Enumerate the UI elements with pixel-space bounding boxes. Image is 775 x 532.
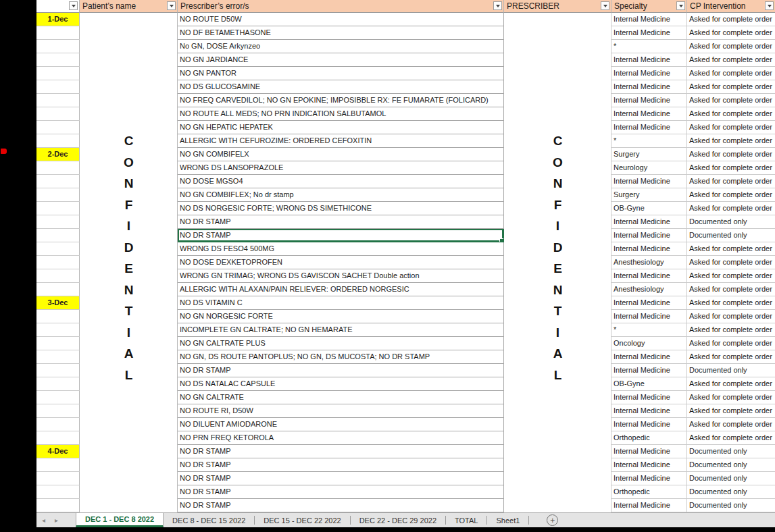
cell-cp-intervention[interactable]: Asked for complete order	[687, 283, 775, 296]
cell-prescriber[interactable]	[504, 53, 611, 67]
cell-prescriber-error[interactable]: NO ROUTE RI, D50W	[178, 404, 504, 418]
cell-prescriber[interactable]	[504, 242, 611, 256]
cell-patient-name[interactable]	[80, 229, 178, 242]
cell-cp-intervention[interactable]: Documented only	[687, 364, 775, 377]
cell-date[interactable]	[36, 215, 80, 229]
cell-prescriber[interactable]	[504, 107, 611, 121]
cell-patient-name[interactable]	[80, 121, 178, 134]
cell-prescriber[interactable]	[504, 485, 611, 499]
cell-cp-intervention[interactable]: Asked for complete order	[687, 323, 775, 337]
cell-cp-intervention[interactable]: Asked for complete order	[687, 67, 775, 80]
cell-cp-intervention[interactable]: Asked for complete order	[687, 310, 775, 323]
cell-date[interactable]: 2-Dec	[36, 148, 80, 161]
cell-patient-name[interactable]	[80, 458, 178, 472]
cell-prescriber-error[interactable]: NO DR STAMP	[178, 472, 504, 485]
cell-prescriber[interactable]	[504, 404, 611, 418]
cell-prescriber[interactable]	[504, 350, 611, 364]
cell-patient-name[interactable]	[80, 13, 178, 26]
cell-cp-intervention[interactable]: Documented only	[687, 472, 775, 485]
cell-patient-name[interactable]	[80, 94, 178, 107]
cell-cp-intervention[interactable]: Asked for complete order	[687, 121, 775, 134]
cell-patient-name[interactable]	[80, 485, 178, 499]
cell-patient-name[interactable]	[80, 364, 178, 377]
cell-prescriber-error[interactable]: No GN, DOSE Arkynzeo	[178, 40, 504, 53]
cell-prescriber-error[interactable]: NO DILUENT AMIODARONE	[178, 418, 504, 431]
cell-prescriber[interactable]	[504, 377, 611, 391]
cell-specialty[interactable]: Orthopedic	[611, 431, 687, 445]
cell-date[interactable]	[36, 107, 80, 121]
cell-specialty[interactable]: Internal Medicine	[611, 121, 687, 134]
cell-patient-name[interactable]	[80, 175, 178, 188]
cell-specialty[interactable]: Internal Medicine	[611, 67, 687, 80]
cell-date[interactable]	[36, 53, 80, 67]
cell-prescriber[interactable]	[504, 67, 611, 80]
cell-specialty[interactable]: OB-Gyne	[611, 377, 687, 391]
cell-patient-name[interactable]	[80, 350, 178, 364]
cell-cp-intervention[interactable]: Asked for complete order	[687, 296, 775, 310]
cell-cp-intervention[interactable]: Asked for complete order	[687, 40, 775, 53]
cell-prescriber-error[interactable]: NO DS VITAMIN C	[178, 296, 504, 310]
cell-prescriber-error[interactable]: NO GN CALTRATE	[178, 391, 504, 404]
cell-specialty[interactable]: Internal Medicine	[611, 418, 687, 431]
sheet-tab-sheet1[interactable]: Sheet1	[487, 513, 528, 527]
cell-specialty[interactable]: Surgery	[611, 148, 687, 161]
cell-prescriber[interactable]	[504, 148, 611, 161]
cell-patient-name[interactable]	[80, 310, 178, 323]
cell-prescriber[interactable]	[504, 229, 611, 242]
cell-date[interactable]	[36, 418, 80, 431]
filter-dropdown-button[interactable]	[493, 1, 502, 10]
cell-date[interactable]	[36, 229, 80, 242]
cell-prescriber-error[interactable]: WRONG GN TRIMAG; WRONG DS GAVISCON SACHE…	[178, 269, 504, 283]
cell-prescriber-error[interactable]: NO DR STAMP	[178, 445, 504, 458]
cell-cp-intervention[interactable]: Asked for complete order	[687, 13, 775, 26]
cell-date[interactable]	[36, 242, 80, 256]
cell-cp-intervention[interactable]: Asked for complete order	[687, 26, 775, 40]
cell-date[interactable]	[36, 499, 80, 512]
cell-prescriber-error[interactable]: NO GN COMBIFLEX; No dr stamp	[178, 188, 504, 202]
cell-prescriber-error[interactable]: NO GN PANTOR	[178, 67, 504, 80]
cell-date[interactable]	[36, 364, 80, 377]
cell-prescriber-error[interactable]: NO GN HEPATIC HEPATEK	[178, 121, 504, 134]
cell-cp-intervention[interactable]: Asked for complete order	[687, 107, 775, 121]
cell-prescriber[interactable]	[504, 121, 611, 134]
cell-prescriber-error[interactable]: WRONG DS LANSOPRAZOLE	[178, 161, 504, 175]
cell-date[interactable]	[36, 283, 80, 296]
cell-specialty[interactable]: Internal Medicine	[611, 53, 687, 67]
next-sheet-arrow-icon[interactable]: ▸	[55, 516, 58, 524]
cell-patient-name[interactable]	[80, 269, 178, 283]
cell-specialty[interactable]: Internal Medicine	[611, 364, 687, 377]
cell-prescriber[interactable]	[504, 472, 611, 485]
cell-specialty[interactable]: Internal Medicine	[611, 26, 687, 40]
cell-prescriber[interactable]	[504, 391, 611, 404]
cell-cp-intervention[interactable]: Asked for complete order	[687, 188, 775, 202]
cell-date[interactable]: 1-Dec	[36, 13, 80, 26]
cell-prescriber[interactable]	[504, 364, 611, 377]
cell-prescriber-error[interactable]: NO PRN FREQ KETOROLA	[178, 431, 504, 445]
cell-patient-name[interactable]	[80, 188, 178, 202]
sheet-tab-dec-15-dec-22-2022[interactable]: DEC 15 - DEC 22 2022	[255, 513, 349, 527]
cell-patient-name[interactable]	[80, 161, 178, 175]
cell-patient-name[interactable]	[80, 391, 178, 404]
cell-specialty[interactable]: Anesthesiology	[611, 283, 687, 296]
sheet-tab-total[interactable]: TOTAL	[446, 513, 486, 527]
cell-prescriber[interactable]	[504, 418, 611, 431]
cell-prescriber[interactable]	[504, 499, 611, 512]
cell-specialty[interactable]: *	[611, 40, 687, 53]
cell-date[interactable]	[36, 458, 80, 472]
cell-specialty[interactable]: Orthopedic	[611, 485, 687, 499]
cell-date[interactable]	[36, 391, 80, 404]
cell-patient-name[interactable]	[80, 323, 178, 337]
cell-prescriber[interactable]	[504, 188, 611, 202]
cell-prescriber[interactable]	[504, 310, 611, 323]
filter-dropdown-button[interactable]	[765, 1, 774, 10]
cell-prescriber-error[interactable]: NO DS NATALAC CAPSULE	[178, 377, 504, 391]
cell-cp-intervention[interactable]: Documented only	[687, 215, 775, 229]
cell-specialty[interactable]: Neurology	[611, 161, 687, 175]
cell-cp-intervention[interactable]: Asked for complete order	[687, 175, 775, 188]
cell-date[interactable]	[36, 323, 80, 337]
cell-prescriber-error[interactable]: NO DR STAMP	[178, 364, 504, 377]
cell-specialty[interactable]: Internal Medicine	[611, 107, 687, 121]
cell-prescriber[interactable]	[504, 134, 611, 148]
cell-specialty[interactable]: *	[611, 323, 687, 337]
cell-specialty[interactable]: Internal Medicine	[611, 269, 687, 283]
